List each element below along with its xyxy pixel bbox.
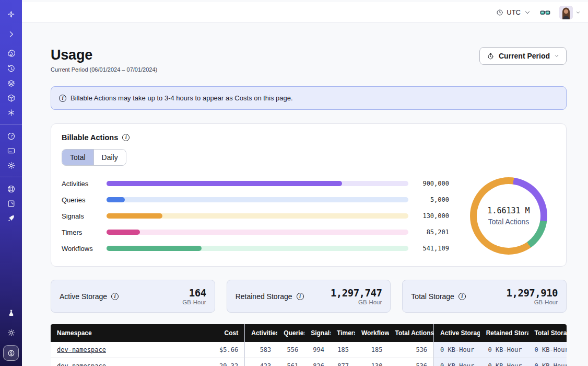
retained-storage-card: Retained Storage i 1,297,747 GB-Hour: [227, 280, 391, 313]
cell-timers: 877: [331, 358, 355, 366]
bar-value: 5,000: [416, 196, 449, 203]
cell-total_actions: 536: [389, 342, 434, 358]
bar-fill: [107, 213, 162, 219]
retained-storage-value: 1,297,747: [331, 287, 382, 299]
column-header-activities: Activities: [245, 324, 278, 342]
column-header-workflows: Workflows: [355, 324, 389, 342]
dollar-coin-icon[interactable]: [3, 345, 19, 361]
history-clock-icon[interactable]: [4, 61, 18, 76]
cell-workflows: 185: [355, 342, 389, 358]
cell-signals: 826: [304, 358, 331, 366]
cell-cost: $5.66: [199, 342, 245, 358]
info-icon[interactable]: i: [111, 293, 119, 300]
active-storage-value: 164: [182, 287, 206, 299]
namespace-usage-table: NamespaceCostActivitiesQueriesSignalsTim…: [51, 324, 567, 366]
bar-label: Timers: [62, 228, 99, 236]
layers-icon[interactable]: [4, 76, 18, 90]
cube-icon[interactable]: [4, 90, 18, 105]
info-icon[interactable]: i: [122, 134, 130, 141]
active-storage-label: Active Storage: [60, 292, 107, 301]
spiral-namespaces-icon[interactable]: [4, 47, 18, 61]
credit-card-icon[interactable]: [4, 143, 18, 158]
bar-value: 130,000: [416, 212, 449, 220]
bar-row-timers: Timers85,201: [62, 228, 449, 236]
page-subtitle: Current Period (06/01/2024 – 07/01/2024): [51, 66, 157, 73]
info-icon[interactable]: i: [297, 293, 304, 300]
rocket-icon[interactable]: [4, 211, 18, 225]
period-selector-button[interactable]: Current Period: [479, 47, 567, 65]
bar-label: Queries: [62, 196, 99, 204]
cell-activities: 583: [245, 342, 278, 358]
column-header-queries: Queries: [277, 324, 304, 342]
asterisk-icon[interactable]: [4, 105, 18, 120]
bar-value: 85,201: [416, 228, 449, 236]
stopwatch-icon: [487, 52, 495, 60]
tab-total[interactable]: Total: [62, 150, 93, 165]
bar-track: [107, 181, 408, 186]
cell-total_actions: 536: [389, 358, 434, 366]
bar-row-activities: Activities900,000: [62, 180, 449, 188]
info-icon: i: [59, 95, 66, 102]
sun-theme-icon[interactable]: [4, 325, 18, 340]
bar-fill: [107, 230, 140, 235]
cell-signals: 994: [304, 342, 331, 358]
bar-track: [107, 246, 408, 251]
cell-workflows: 130: [355, 358, 389, 366]
topbar: UTC: [22, 2, 588, 23]
bar-row-queries: Queries5,000: [62, 196, 449, 204]
flask-lab-icon[interactable]: [4, 305, 18, 320]
bar-row-workflows: Workflows541,109: [62, 245, 449, 253]
cell-retained_storage: 0 KB-Hour: [480, 358, 528, 366]
main-area: UTC Usage Current Period (06/01/2024 – 0…: [22, 0, 588, 366]
bar-track: [107, 197, 408, 202]
table-row: dev-namespace$5.665835569941851855360 KB…: [51, 342, 567, 358]
gear-settings-icon[interactable]: [4, 158, 18, 173]
column-header-retained_storage: Retained Storage: [480, 324, 528, 342]
table-row: dev-namespace29.324235618268771305360 KB…: [51, 358, 567, 366]
cell-total_storage: 0 KB-Hour: [528, 342, 567, 358]
chevron-down-icon: [575, 10, 581, 15]
journal-feedback-icon[interactable]: [4, 196, 18, 211]
account-menu[interactable]: [559, 6, 581, 19]
info-banner: i Billable Actions may take up to 3-4 ho…: [51, 86, 567, 110]
expand-chevron-icon[interactable]: [4, 27, 18, 41]
billable-actions-title: Billable Actions: [62, 133, 118, 142]
info-icon[interactable]: i: [458, 293, 466, 300]
total-storage-unit: GB-Hour: [507, 299, 558, 305]
tab-daily[interactable]: Daily: [93, 150, 126, 165]
cell-timers: 185: [331, 342, 355, 358]
bar-value: 541,109: [416, 245, 449, 252]
retained-storage-label: Retained Storage: [236, 292, 292, 301]
gauge-usage-icon[interactable]: [4, 129, 18, 143]
bar-fill: [107, 181, 342, 186]
temporal-logo[interactable]: [4, 7, 18, 21]
total-storage-value: 1,297,910: [507, 287, 558, 299]
chevron-down-icon: [524, 9, 531, 16]
bar-label: Activities: [62, 180, 99, 188]
cell-namespace: dev-namespace: [51, 342, 199, 358]
billable-view-toggle: Total Daily: [62, 149, 126, 166]
page-title: Usage: [51, 47, 157, 63]
timezone-selector[interactable]: UTC: [496, 8, 531, 16]
cell-total_storage: 0 KB-Hour: [528, 358, 567, 366]
namespace-link[interactable]: dev-namespace: [57, 346, 106, 353]
column-header-total_storage: Total Storage: [528, 324, 567, 342]
clock-icon: [496, 9, 503, 16]
donut-center-value: 1.66131 M: [487, 206, 530, 215]
bar-track: [107, 230, 408, 235]
info-banner-text: Billable Actions may take up to 3-4 hour…: [70, 94, 293, 102]
column-header-cost: Cost: [199, 324, 245, 342]
column-header-active_storage: Active Storage: [434, 324, 480, 342]
lifebuoy-support-icon[interactable]: [4, 181, 18, 196]
cell-namespace: dev-namespace: [51, 358, 199, 366]
glasses-icon[interactable]: [539, 7, 551, 18]
bar-label: Signals: [62, 212, 99, 220]
total-storage-card: Total Storage i 1,297,910 GB-Hour: [402, 280, 567, 313]
storage-summary-row: Active Storage i 164 GB-Hour Retained St…: [51, 280, 567, 313]
user-avatar: [559, 6, 573, 19]
namespace-link[interactable]: dev-namespace: [57, 362, 106, 366]
billable-bar-chart: Activities900,000Queries5,000Signals130,…: [62, 180, 449, 253]
total-storage-label: Total Storage: [411, 292, 454, 301]
cell-active_storage: 0 KB-Hour: [434, 358, 480, 366]
active-storage-card: Active Storage i 164 GB-Hour: [51, 280, 215, 313]
